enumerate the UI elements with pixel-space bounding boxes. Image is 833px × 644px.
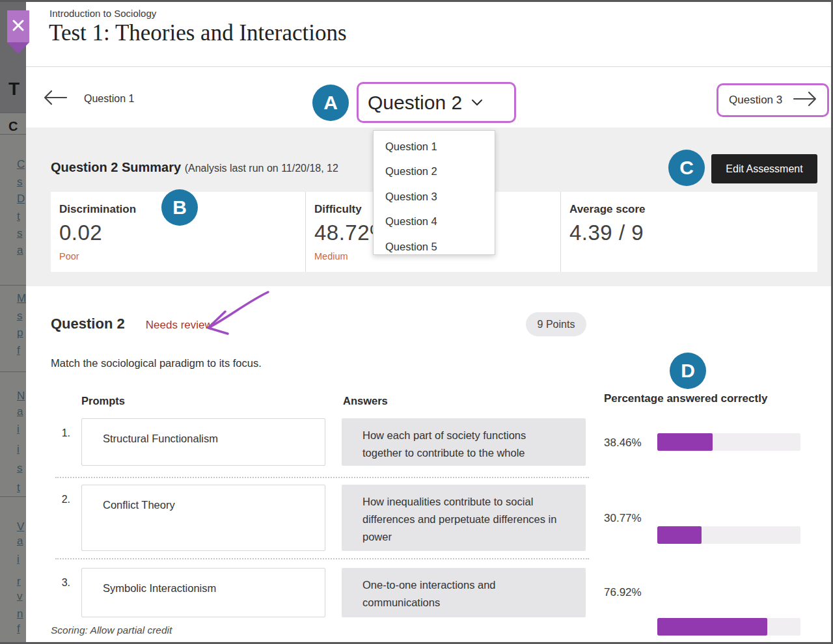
answer-box: How each part of society functions toget… — [342, 418, 586, 466]
summary-heading: Question 2 Summary (Analysis last run on… — [51, 160, 338, 175]
answers-column-header: Answers — [343, 395, 388, 407]
underlay-text-fragment: D — [17, 193, 25, 206]
underlay-text-fragment: f — [17, 344, 20, 357]
arrow-right-icon — [792, 90, 818, 111]
dropdown-item-question-3[interactable]: Question 3 — [374, 184, 495, 209]
points-badge: 9 Points — [526, 312, 586, 336]
prev-question-button[interactable]: Question 1 — [42, 88, 134, 109]
prompts-column-header: Prompts — [81, 395, 125, 407]
row-divider — [55, 477, 589, 478]
divider — [0, 134, 26, 135]
underlay-text-fragment: p — [17, 327, 23, 340]
underlay-text-fragment: i — [17, 553, 20, 566]
underlay-text-fragment: t — [17, 481, 20, 494]
ribbon-fold — [7, 42, 29, 54]
divider — [0, 496, 26, 497]
divider — [26, 66, 831, 67]
underlay-text-fragment: M — [17, 292, 26, 305]
prompt-box: Structural Functionalism — [81, 418, 325, 466]
stat-value: 4.39 / 9 — [569, 221, 817, 245]
question-selector-dropdown[interactable]: Question 2 — [357, 82, 516, 123]
underlay-text-fragment: s — [17, 227, 23, 240]
pct-correct-label: 76.92% — [604, 586, 642, 599]
underlay-text-fragment: v — [17, 590, 23, 603]
pct-correct-bar — [657, 618, 800, 636]
divider — [0, 285, 26, 286]
annotation-b-label: B — [172, 196, 187, 219]
close-panel-button[interactable] — [7, 10, 29, 42]
prompt-box: Conflict Theory — [81, 485, 325, 551]
stat-rating: Poor — [59, 251, 305, 262]
underlay-text-fragment: T — [8, 79, 20, 100]
dropdown-item-question-2[interactable]: Question 2 — [374, 159, 495, 185]
question-heading-text: Question 2 — [51, 315, 125, 332]
arrow-left-icon — [42, 88, 68, 109]
underlay-text-fragment: r — [17, 575, 21, 588]
summary-heading-text: Question 2 Summary — [51, 160, 181, 174]
dropdown-item-question-5[interactable]: Question 5 — [374, 234, 495, 255]
divider — [0, 113, 26, 113]
underlay-text-fragment: C — [17, 158, 25, 171]
underlay-text-fragment: t — [17, 210, 20, 223]
annotation-c-label: C — [679, 157, 694, 179]
underlay-page-strip: TCCsDtsaMspfNaiistVairvnf — [0, 2, 26, 642]
annotation-a-badge: A — [312, 85, 349, 121]
underlay-text-fragment: i — [17, 423, 20, 436]
underlay-text-fragment: a — [17, 405, 23, 418]
underlay-text-fragment: V — [17, 520, 24, 533]
annotation-d-badge: D — [670, 353, 706, 389]
scoring-note: Scoring: Allow partial credit — [51, 624, 172, 636]
needs-review-link[interactable]: Needs review — [146, 319, 213, 331]
divider — [0, 371, 26, 372]
course-name: Introduction to Sociology — [49, 8, 156, 19]
underlay-text-fragment: s — [17, 462, 23, 475]
next-question-label: Question 3 — [729, 94, 782, 107]
pct-correct-bar-fill — [657, 618, 767, 636]
pct-correct-bar-fill — [657, 526, 702, 544]
annotation-a-label: A — [323, 92, 338, 114]
row-number: 2. — [56, 494, 70, 505]
current-question-label: Question 2 — [368, 92, 462, 114]
prev-question-label: Question 1 — [84, 93, 134, 105]
percentage-column-header: Percentage answered correctly — [604, 392, 767, 405]
prompt-box: Symbolic Interactionism — [81, 568, 325, 617]
pct-correct-bar-fill — [657, 433, 713, 451]
answer-box: How inequalities contribute to social di… — [342, 485, 586, 551]
question-text: Match the sociological paradigm to its f… — [51, 357, 262, 369]
dropdown-item-question-1[interactable]: Question 1 — [374, 134, 495, 159]
underlay-text-fragment: a — [17, 244, 23, 257]
underlay-text-fragment: f — [17, 623, 20, 636]
screenshot-frame: TCCsDtsaMspfNaiistVairvnf Introduction t… — [0, 0, 833, 644]
analysis-timestamp: (Analysis last run on 11/20/18, 12 — [185, 163, 338, 174]
annotation-b-badge: B — [161, 189, 198, 226]
chevron-down-icon — [471, 97, 483, 109]
pct-correct-label: 38.46% — [604, 436, 642, 449]
underlay-text-fragment: s — [17, 176, 23, 189]
page-title: Test 1: Theories and Interactions — [49, 20, 347, 46]
assessment-panel: Introduction to Sociology Test 1: Theori… — [26, 2, 831, 642]
close-icon — [12, 19, 25, 34]
underlay-text-fragment: C — [8, 119, 18, 134]
question-heading: Question 2 Needs review — [51, 315, 213, 332]
answer-box: One-to-one interactions and communicatio… — [342, 568, 586, 617]
underlay-text-fragment: N — [17, 390, 25, 403]
row-divider — [55, 558, 589, 559]
annotation-c-badge: C — [668, 150, 705, 186]
pct-correct-label: 30.77% — [604, 512, 642, 525]
dropdown-item-question-4[interactable]: Question 4 — [374, 209, 495, 235]
row-number: 1. — [56, 427, 70, 439]
next-question-button[interactable]: Question 3 — [717, 83, 829, 117]
edit-assessment-button[interactable]: Edit Assessment — [711, 154, 817, 183]
underlay-text-fragment: s — [17, 310, 23, 323]
underlay-text-fragment: n — [17, 608, 23, 621]
stat-label: Average score — [569, 203, 817, 216]
row-number: 3. — [56, 577, 70, 589]
underlay-text-fragment: a — [17, 535, 23, 548]
question-dropdown-menu: Question 1 Question 2 Question 3 Questio… — [373, 130, 495, 255]
underlay-text-fragment: i — [17, 443, 20, 456]
pct-correct-bar — [657, 526, 800, 544]
pct-correct-bar — [657, 433, 800, 451]
stat-average-score: Average score 4.39 / 9 — [561, 192, 817, 272]
annotation-d-label: D — [681, 360, 695, 382]
